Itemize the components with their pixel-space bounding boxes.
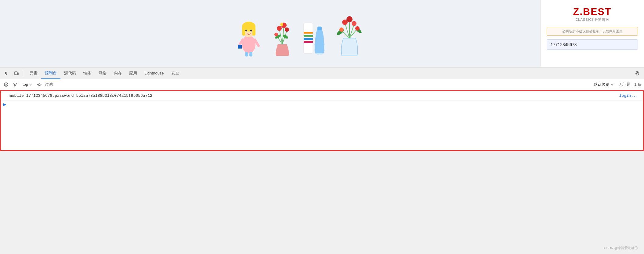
- login-panel: Z.BEST CLASSICI 最家家居 公共场所不建议自动登录，以防账号丢失: [540, 0, 644, 67]
- svg-point-50: [39, 84, 40, 85]
- top-label: top: [23, 82, 28, 87]
- settings-gear-icon: [635, 71, 640, 76]
- clear-icon: [4, 82, 9, 87]
- no-issues-label: 无问题: [619, 82, 631, 87]
- svg-point-18: [277, 26, 282, 31]
- svg-point-39: [346, 16, 353, 22]
- svg-rect-27: [304, 41, 313, 43]
- clear-console-btn[interactable]: [2, 81, 10, 88]
- character-illustration: [233, 11, 264, 56]
- svg-rect-9: [245, 52, 248, 56]
- context-dropdown[interactable]: top: [21, 82, 34, 87]
- tab-network[interactable]: 网络: [95, 67, 110, 79]
- webpage-banner: [0, 0, 540, 67]
- svg-rect-24: [304, 32, 313, 34]
- log-level-dropdown[interactable]: 默认级别: [592, 81, 615, 88]
- console-output: mobile=17712345678,password=5512a78a188b…: [0, 90, 644, 151]
- tab-console[interactable]: 控制台: [41, 67, 60, 79]
- svg-rect-25: [304, 35, 313, 37]
- console-toolbar: top 默认级别 无问题 1 条: [0, 79, 644, 90]
- settings-icon-btn[interactable]: [633, 69, 642, 78]
- cursor-icon: [4, 71, 9, 76]
- devtools-right-controls: [633, 69, 642, 78]
- svg-line-33: [349, 24, 354, 38]
- filter-icon-btn[interactable]: [12, 81, 19, 88]
- svg-point-41: [355, 26, 360, 31]
- device-icon: [14, 71, 19, 76]
- svg-line-34: [349, 29, 357, 38]
- tab-performance[interactable]: 性能: [80, 67, 95, 79]
- svg-point-0: [242, 35, 255, 53]
- svg-point-42: [339, 27, 344, 32]
- console-toolbar-right: 默认级别 无问题 1 条: [592, 81, 642, 88]
- webpage-area: Z.BEST CLASSICI 最家家居 公共场所不建议自动登录，以防账号丢失: [0, 0, 644, 67]
- login-warning: 公共场所不建议自动登录，以防账号丢失: [547, 27, 638, 36]
- deco-containers: [301, 11, 328, 56]
- svg-point-5: [245, 30, 247, 31]
- glass-vase: [331, 11, 368, 56]
- console-filter-input[interactable]: [45, 82, 591, 87]
- svg-point-40: [352, 21, 356, 26]
- brand-subtitle: CLASSICI 最家家居: [573, 17, 612, 22]
- devtools-panel: 元素 控制台 源代码 性能 网络 内存 应用 Lighthouse 安全: [0, 67, 644, 151]
- brand-name: Z.BEST: [573, 6, 612, 17]
- console-log-text: mobile=17712345678,password=5512a78a188b…: [9, 93, 619, 98]
- svg-rect-3: [242, 27, 245, 36]
- console-log-entry: mobile=17712345678,password=5512a78a188b…: [1, 92, 643, 101]
- svg-point-22: [280, 23, 283, 26]
- issues-count: 1 条: [634, 82, 642, 87]
- svg-rect-30: [317, 27, 322, 30]
- cursor-icon-btn[interactable]: [2, 69, 11, 78]
- eye-icon-btn[interactable]: [36, 81, 43, 88]
- tab-elements[interactable]: 元素: [26, 67, 41, 79]
- svg-rect-11: [238, 45, 242, 49]
- svg-point-20: [285, 27, 289, 32]
- devtools-tabs-bar: 元素 控制台 源代码 性能 网络 内存 应用 Lighthouse 安全: [0, 67, 644, 79]
- level-label: 默认级别: [594, 82, 610, 87]
- login-link[interactable]: login...: [619, 93, 641, 98]
- dropdown-arrow-icon: [29, 83, 32, 86]
- tab-security[interactable]: 安全: [168, 67, 183, 79]
- footer-text: CSDN @小陈爱吃糖①: [604, 246, 638, 250]
- tab-sources[interactable]: 源代码: [60, 67, 80, 79]
- svg-point-6: [250, 30, 252, 31]
- svg-point-21: [274, 33, 278, 36]
- banner-images: [233, 11, 368, 56]
- footer-credit: CSDN @小陈爱吃糖①: [604, 246, 638, 250]
- tab-divider: [24, 70, 24, 76]
- level-dropdown-arrow-icon: [611, 83, 614, 86]
- eye-icon: [37, 82, 42, 87]
- flower-tree: [267, 11, 298, 56]
- console-prompt: ▶: [1, 101, 643, 108]
- brand-logo: Z.BEST CLASSICI 最家家居: [573, 6, 612, 22]
- prompt-arrow-icon: ▶: [3, 102, 6, 107]
- device-icon-btn[interactable]: [12, 69, 21, 78]
- svg-rect-10: [249, 52, 252, 56]
- svg-rect-44: [17, 73, 18, 75]
- filter-icon: [13, 82, 18, 87]
- tab-application[interactable]: 应用: [125, 67, 141, 79]
- tab-memory[interactable]: 内存: [110, 67, 125, 79]
- svg-rect-4: [252, 27, 255, 36]
- phone-input[interactable]: [547, 39, 638, 50]
- tab-lighthouse[interactable]: Lighthouse: [141, 67, 168, 79]
- svg-point-46: [637, 72, 638, 74]
- svg-rect-26: [304, 38, 313, 40]
